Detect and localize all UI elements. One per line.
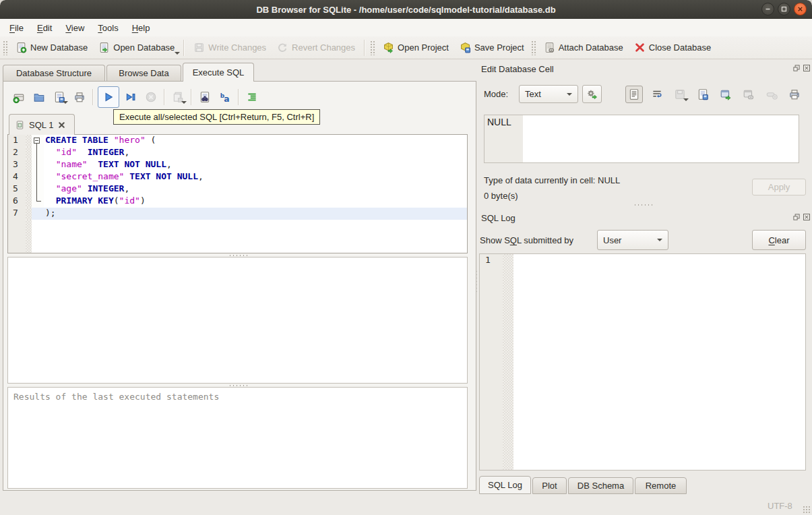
open-project-icon <box>383 42 394 53</box>
tab-database-structure[interactable]: Database Structure <box>3 65 105 81</box>
close-database-button[interactable]: Close Database <box>629 38 717 57</box>
sql-editor-toolbar: ba <box>9 86 262 109</box>
sql-log-view[interactable]: 1 <box>479 253 806 471</box>
dropdown-caret-icon[interactable] <box>181 101 187 104</box>
text-mode-button[interactable] <box>625 86 643 103</box>
cell-value-editor[interactable]: NULL <box>484 115 799 163</box>
fold-margin[interactable] <box>32 183 44 195</box>
execute-all-icon <box>102 91 115 103</box>
close-panel-icon[interactable] <box>803 213 811 221</box>
execute-all-button[interactable] <box>98 86 119 108</box>
editor-line-2[interactable]: 2 "id" INTEGER, <box>8 147 467 159</box>
editor-line-6[interactable]: 6 PRIMARY KEY("id") <box>8 195 467 208</box>
results-grid[interactable] <box>7 257 468 384</box>
fold-margin[interactable] <box>32 195 44 208</box>
minimize-icon[interactable] <box>761 3 774 16</box>
close-icon[interactable] <box>794 3 807 16</box>
toolbar-drag-handle[interactable] <box>531 40 537 55</box>
set-null-button <box>763 86 780 103</box>
stop-button <box>142 88 160 106</box>
fold-margin[interactable] <box>32 159 44 171</box>
word-wrap-button[interactable] <box>648 86 666 103</box>
text-mode-icon <box>628 88 640 100</box>
open-external-button[interactable] <box>717 86 735 103</box>
format-sql-button[interactable]: ba <box>216 88 234 106</box>
resize-grip-icon[interactable] <box>803 506 811 514</box>
gear-icon <box>586 88 598 100</box>
line-number: 1 <box>8 135 26 147</box>
editor-line-7[interactable]: 7); <box>8 208 467 220</box>
log-filter-select[interactable]: User <box>597 230 668 250</box>
find-replace-button[interactable] <box>196 88 214 106</box>
export-data-button[interactable] <box>694 86 712 103</box>
save-project-icon <box>460 42 471 53</box>
open-tab-button[interactable] <box>10 88 28 106</box>
toolbar-drag-handle[interactable] <box>370 40 376 55</box>
maximize-icon[interactable] <box>778 3 790 16</box>
editor-empty-area[interactable] <box>8 220 467 253</box>
tab-browse-data[interactable]: Browse Data <box>106 65 181 81</box>
auto-switch-mode-button[interactable] <box>582 85 602 103</box>
db-browser-window: DB Browser for SQLite - /home/user/code/… <box>0 0 812 515</box>
toolbar-drag-handle[interactable] <box>3 40 9 55</box>
open-project-button[interactable]: Open Project <box>377 38 454 57</box>
new-database-button[interactable]: New Database <box>10 38 93 57</box>
save-project-button[interactable]: Save Project <box>454 38 530 57</box>
float-panel-icon[interactable] <box>792 64 801 72</box>
fold-margin[interactable] <box>32 147 44 159</box>
dropdown-caret-icon[interactable] <box>63 101 68 104</box>
menu-help[interactable]: Help <box>125 21 157 35</box>
apply-button[interactable]: Apply <box>752 179 806 195</box>
code-text: "secret_name" TEXT NOT NULL, <box>44 171 467 183</box>
menu-edit[interactable]: Edit <box>30 21 59 35</box>
window-controls <box>761 3 807 16</box>
dock-tab-sql-log[interactable]: SQL Log <box>479 476 531 494</box>
close-tab-icon[interactable] <box>57 121 66 129</box>
sql-editor[interactable]: 1CREATE TABLE "hero" (2 "id" INTEGER,3 "… <box>7 134 468 253</box>
mode-select[interactable]: Text <box>519 85 578 103</box>
sql-tab[interactable]: SQL 1 <box>9 114 75 135</box>
dock-tab-remote[interactable]: Remote <box>635 477 687 494</box>
titlebar[interactable]: DB Browser for SQLite - /home/user/code/… <box>0 0 812 19</box>
word-wrap-icon <box>651 88 663 100</box>
results-message-area[interactable]: Results of the last executed statements <box>7 387 468 489</box>
dropdown-caret-icon[interactable] <box>175 52 180 55</box>
dropdown-caret-icon[interactable] <box>683 98 689 101</box>
editor-line-4[interactable]: 4 "secret_name" TEXT NOT NULL, <box>8 171 467 183</box>
fold-margin[interactable] <box>32 135 44 147</box>
print-cell-button[interactable] <box>786 86 803 103</box>
float-panel-icon[interactable] <box>792 213 801 221</box>
open-sql-file-button[interactable] <box>30 88 48 106</box>
editor-line-5[interactable]: 5 "age" INTEGER, <box>8 183 467 195</box>
line-number: 7 <box>8 208 26 220</box>
print-button[interactable] <box>71 88 88 106</box>
dock-tab-db-schema[interactable]: DB Schema <box>568 477 633 494</box>
dock-splitter[interactable] <box>479 203 806 206</box>
open-database-button[interactable]: Open Database <box>93 38 180 57</box>
write-changes-icon <box>193 42 205 53</box>
dock-tab-plot[interactable]: Plot <box>532 477 567 494</box>
auto-indent-button[interactable] <box>243 88 261 106</box>
attach-database-button[interactable]: Attach Database <box>538 38 629 57</box>
print-cell-icon <box>788 88 801 100</box>
close-database-icon <box>634 42 646 53</box>
find-replace-icon <box>199 91 211 103</box>
code-text: PRIMARY KEY("id") <box>44 195 467 208</box>
editor-line-1[interactable]: 1CREATE TABLE "hero" ( <box>8 135 467 147</box>
menu-file[interactable]: File <box>3 21 30 35</box>
revert-changes-icon <box>277 42 288 53</box>
execute-line-button[interactable] <box>122 88 139 106</box>
tab-execute-sql[interactable]: Execute SQL <box>183 63 254 82</box>
menu-tools[interactable]: Tools <box>91 21 125 35</box>
fold-margin[interactable] <box>32 208 44 220</box>
line-number: 5 <box>8 183 26 195</box>
menu-view[interactable]: View <box>59 21 91 35</box>
save-sql-file-button[interactable] <box>51 88 68 106</box>
clear-log-button[interactable]: Clear <box>752 230 806 250</box>
marker-margin <box>26 159 32 171</box>
fold-margin[interactable] <box>32 171 44 183</box>
editor-line-3[interactable]: 3 "name" TEXT NOT NULL, <box>8 159 467 171</box>
close-panel-icon[interactable] <box>803 64 811 72</box>
log-fold-margin <box>503 254 513 470</box>
cell-size-info: 0 byte(s) <box>484 191 518 201</box>
